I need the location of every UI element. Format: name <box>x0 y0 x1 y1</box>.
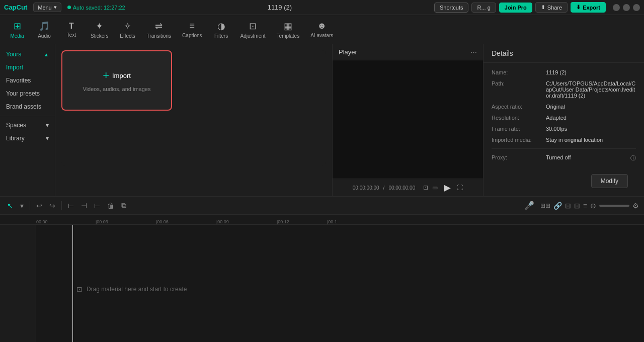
export-icon: ⬇ <box>576 4 581 11</box>
fit-view-icon[interactable]: ⊡ <box>423 184 428 191</box>
player-header: Player ⋯ <box>333 44 483 60</box>
pip-icon[interactable]: ⊡ <box>574 202 580 210</box>
sidebar-item-library[interactable]: Library ▾ <box>0 132 55 144</box>
join-pro-button[interactable]: Join Pro <box>499 3 532 13</box>
trim-right-tool[interactable]: ⊢ <box>92 201 102 211</box>
proxy-info-icon[interactable]: ⓘ <box>630 154 636 162</box>
sidebar-item-your-presets[interactable]: Your presets <box>0 88 55 100</box>
modify-button[interactable]: Modify <box>591 174 628 188</box>
timeline: ↖ ▾ ↩ ↪ ⊢ ⊣ ⊢ 🗑 ⧉ 🎤 ⊞⊞ 🔗 ⊡ ⊡ ≡ ⊖ ⚙ 00:00… <box>0 196 644 342</box>
split-audio-icon[interactable]: ⊞⊞ <box>540 202 550 209</box>
tool-ai-avatars[interactable]: ☻ AI avatars <box>305 19 338 40</box>
tool-templates[interactable]: ▦ Templates <box>272 19 305 41</box>
close-button[interactable] <box>633 4 640 11</box>
timeline-toolbar: ↖ ▾ ↩ ↪ ⊢ ⊣ ⊢ 🗑 ⧉ 🎤 ⊞⊞ 🔗 ⊡ ⊡ ≡ ⊖ ⚙ <box>0 197 644 215</box>
zoom-slider[interactable] <box>599 205 629 207</box>
play-button[interactable]: ▶ <box>444 182 451 193</box>
detail-row-framerate: Frame rate: 30.00fps <box>484 123 644 134</box>
fullscreen-icon[interactable]: ⛶ <box>457 184 463 191</box>
filters-icon: ◑ <box>217 21 225 32</box>
import-label: Import <box>112 72 131 79</box>
detail-proxy-key: Proxy: <box>492 154 542 162</box>
media-icon: ⊞ <box>14 21 21 32</box>
delete-tool[interactable]: 🗑 <box>105 201 116 211</box>
detail-row-imported-media: Imported media: Stay in original locatio… <box>484 134 644 145</box>
menu-label: Menu <box>38 5 52 11</box>
select-tool[interactable]: ↖ <box>5 201 15 211</box>
shortcuts-button[interactable]: Shortcuts <box>434 3 468 13</box>
share-button[interactable]: ⬆ Share <box>535 2 568 13</box>
drag-hint-text: Drag material here and start to create <box>87 286 187 293</box>
import-sublabel: Videos, audios, and images <box>83 86 151 92</box>
undo-tool[interactable]: ↩ <box>34 201 44 211</box>
timeline-tracks: ⊡ Drag material here and start to create <box>36 225 644 342</box>
snap-icon[interactable]: ⊡ <box>565 202 571 210</box>
trim-left-tool[interactable]: ⊣ <box>79 201 89 211</box>
timeline-body: ⊡ Drag material here and start to create <box>0 225 644 342</box>
detail-row-proxy: Proxy: Turned off ⓘ <box>484 152 644 164</box>
tool-audio[interactable]: 🎵 Audio <box>31 19 57 41</box>
tool-transitions[interactable]: ⇌ Transitions <box>142 19 177 41</box>
tl-right: 🎤 ⊞⊞ 🔗 ⊡ ⊡ ≡ ⊖ ⚙ <box>521 200 639 211</box>
tl-sep-2 <box>61 201 62 210</box>
player-time-sep: / <box>383 185 385 191</box>
tool-effects[interactable]: ✧ Effects <box>115 19 141 41</box>
tool-captions[interactable]: ≡ Captions <box>177 19 207 40</box>
app-logo: CapCut <box>4 4 27 11</box>
tool-ai-avatars-label: AI avatars <box>310 33 333 38</box>
ai-avatars-icon: ☻ <box>317 21 327 31</box>
tool-stickers[interactable]: ✦ Stickers <box>86 19 114 41</box>
tool-filters[interactable]: ◑ Filters <box>208 19 234 41</box>
sidebar-item-spaces[interactable]: Spaces ▾ <box>0 119 55 131</box>
split-tool[interactable]: ⊢ <box>66 201 76 211</box>
tool-media[interactable]: ⊞ Media <box>4 19 30 41</box>
tool-transitions-label: Transitions <box>147 33 172 39</box>
main-area: Yours ▲ Import Favorites Your presets Br… <box>0 44 644 196</box>
player-time-total: 00:00:00:00 <box>388 185 415 191</box>
timeline-tracks-header <box>0 225 36 342</box>
detail-proxy-val: Turned off <box>546 154 624 162</box>
timeline-playhead <box>72 225 73 342</box>
sidebar-yours-header[interactable]: Yours ▲ <box>0 48 55 60</box>
topbar-right: Shortcuts R... g Join Pro ⬆ Share ⬇ Expo… <box>434 2 640 13</box>
link-icon[interactable]: 🔗 <box>553 202 562 210</box>
details-title: Details <box>492 49 513 57</box>
captions-icon: ≡ <box>190 21 195 31</box>
tool-adjustment[interactable]: ⊡ Adjustment <box>235 19 271 41</box>
crop-icon[interactable]: ▭ <box>432 184 438 191</box>
detail-imported-key: Imported media: <box>492 137 542 143</box>
zoom-out-icon[interactable]: ⊖ <box>590 202 596 210</box>
detail-name-val: 1119 (2) <box>546 69 636 75</box>
redo-tool[interactable]: ↪ <box>47 201 57 211</box>
detail-fps-val: 30.00fps <box>546 126 636 132</box>
detail-res-key: Resolution: <box>492 115 542 121</box>
tool-media-label: Media <box>10 33 24 39</box>
details-body: Name: 1119 (2) Path: C:/Users/TOPGUS/App… <box>484 63 644 166</box>
settings-icon[interactable]: ⚙ <box>632 202 639 210</box>
details-panel: Details Name: 1119 (2) Path: C:/Users/TO… <box>483 44 644 196</box>
menu-button[interactable]: Menu ▾ <box>33 3 61 12</box>
sidebar-item-import[interactable]: Import <box>0 61 55 73</box>
minimize-button[interactable] <box>613 4 620 11</box>
transitions-icon: ⇌ <box>155 21 163 32</box>
menu-arrow: ▾ <box>54 4 57 11</box>
import-drop-area[interactable]: + Import Videos, audios, and images <box>61 50 172 111</box>
sidebar-item-brand-assets[interactable]: Brand assets <box>0 101 55 113</box>
pro-button[interactable]: R... g <box>471 3 496 13</box>
subtitle-icon[interactable]: ≡ <box>583 202 587 210</box>
sidebar-item-favorites[interactable]: Favorites <box>0 74 55 87</box>
export-button[interactable]: ⬇ Export <box>571 2 606 13</box>
detail-path-key: Path: <box>492 80 542 99</box>
copy-tool[interactable]: ⧉ <box>119 200 128 211</box>
select-arrow[interactable]: ▾ <box>18 201 26 211</box>
tool-text[interactable]: T Text <box>58 20 85 40</box>
maximize-button[interactable] <box>623 4 630 11</box>
drag-hint-icon: ⊡ <box>76 285 83 293</box>
tool-filters-label: Filters <box>214 33 228 39</box>
player-panel: Player ⋯ 00:00:00:00 / 00:00:00:00 ⊡ ▭ ▶… <box>332 44 483 196</box>
details-footer: Modify <box>484 166 644 196</box>
player-menu-icon[interactable]: ⋯ <box>470 48 477 56</box>
player-title: Player <box>339 48 357 56</box>
mic-button[interactable]: 🎤 <box>521 200 537 211</box>
tool-adjustment-label: Adjustment <box>240 33 266 39</box>
